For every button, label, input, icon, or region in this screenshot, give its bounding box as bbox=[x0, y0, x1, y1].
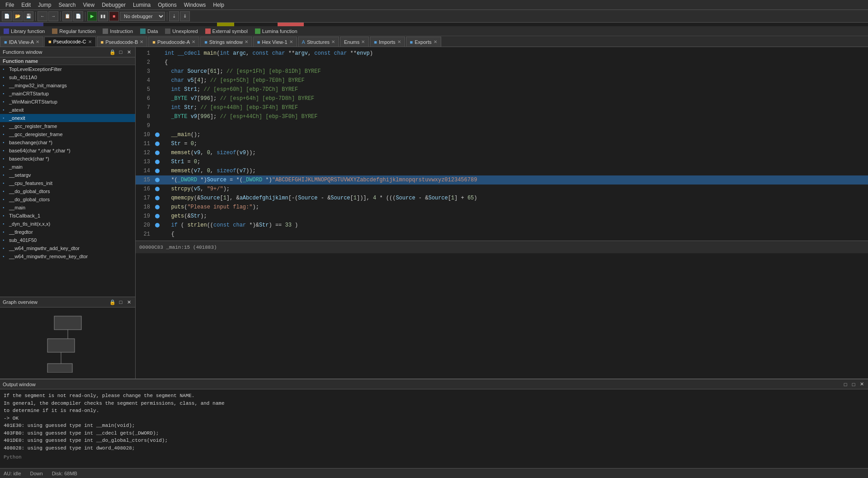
menu-windows[interactable]: Windows bbox=[180, 1, 210, 9]
sidebar-float-btn[interactable]: □ bbox=[117, 48, 124, 56]
tab-icon-strings: ■ bbox=[204, 39, 208, 45]
menu-search[interactable]: Search bbox=[55, 1, 79, 9]
func-item-maincrt[interactable]: ▪ _mainCRTStartup bbox=[0, 90, 135, 98]
func-item-w64-remove[interactable]: ▪ __w64_mingwthr_remove_key_dtor bbox=[0, 252, 135, 260]
tab-close-exports[interactable]: ✕ bbox=[434, 39, 437, 44]
toolbar-paste[interactable]: 📄 bbox=[73, 11, 83, 21]
bp-circle-15 bbox=[155, 178, 160, 182]
graph-lock-btn[interactable]: 🔒 bbox=[109, 298, 116, 306]
toolbar-open[interactable]: 📂 bbox=[13, 11, 23, 21]
toolbar-run[interactable]: ▶ bbox=[87, 11, 97, 21]
graph-float-btn[interactable]: □ bbox=[117, 298, 124, 306]
func-item-dyn-tls[interactable]: ▪ _dyn_tls_init(x,x,x) bbox=[0, 220, 135, 228]
output-content[interactable]: If the segment is not read-only, please … bbox=[0, 389, 868, 468]
tab-strings-window[interactable]: ■ Strings window ✕ bbox=[200, 37, 252, 47]
legend-dot-regular bbox=[52, 28, 57, 34]
tab-close-pseudo-c[interactable]: ✕ bbox=[88, 39, 92, 44]
toolbar-copy[interactable]: 📋 bbox=[62, 11, 72, 21]
tab-close-hex[interactable]: ✕ bbox=[289, 39, 293, 44]
tab-close-struct[interactable]: ✕ bbox=[331, 39, 335, 44]
output-maximize-btn[interactable]: □ bbox=[842, 381, 849, 388]
tab-icon-struct: A bbox=[302, 39, 305, 45]
menu-jump[interactable]: Jump bbox=[34, 1, 55, 9]
func-item-tlregdtor[interactable]: ▪ __tlregdtor bbox=[0, 228, 135, 236]
menu-help[interactable]: Help bbox=[209, 1, 228, 9]
tab-pseudocode-b[interactable]: ■ Pseudocode-B ✕ bbox=[97, 37, 148, 47]
sidebar-lock-btn[interactable]: 🔒 bbox=[109, 48, 116, 56]
tab-hex-view-1[interactable]: ■ Hex View-1 ✕ bbox=[253, 37, 297, 47]
func-item-sub4011a0[interactable]: ▪ sub_4011A0 bbox=[0, 73, 135, 81]
tab-imports[interactable]: ■ Imports ✕ bbox=[370, 37, 405, 47]
menu-lumina[interactable]: Lumina bbox=[129, 1, 154, 9]
code-line-16: 16 strcpy(v5, "9+/"); bbox=[136, 185, 868, 194]
tab-close-pseudo-b[interactable]: ✕ bbox=[140, 39, 143, 44]
func-item-basechange[interactable]: ▪ basechange(char *) bbox=[0, 138, 135, 147]
tab-close-ida[interactable]: ✕ bbox=[36, 39, 39, 44]
bp-17 bbox=[154, 196, 161, 200]
func-item-mingw32[interactable]: ▪ __mingw32_init_mainargs bbox=[0, 81, 135, 90]
func-item-sub401f50[interactable]: ▪ sub_401F50 bbox=[0, 236, 135, 244]
func-item-onexit[interactable]: ▪ _onexit bbox=[0, 114, 135, 122]
tab-close-strings[interactable]: ✕ bbox=[245, 39, 248, 44]
toolbar-new[interactable]: 📄 bbox=[2, 11, 12, 21]
func-item-tlscallback[interactable]: ▪ TlsCallback_1 bbox=[0, 212, 135, 220]
func-item-main[interactable]: ▪ _main bbox=[0, 163, 135, 171]
tab-ida-view-a[interactable]: ■ IDA View-A ✕ bbox=[0, 37, 43, 47]
toolbar-sep-3 bbox=[85, 12, 85, 21]
func-item-cpu-features[interactable]: ▪ __cpu_features_init bbox=[0, 179, 135, 187]
func-item-basecheck[interactable]: ▪ basecheck(char *) bbox=[0, 155, 135, 163]
func-item-toplevel[interactable]: ▪ TopLevelExceptionFilter bbox=[0, 65, 135, 73]
menu-file[interactable]: File bbox=[2, 1, 18, 9]
tab-structures[interactable]: A Structures ✕ bbox=[298, 37, 339, 47]
func-item-atexit[interactable]: ▪ _atexit bbox=[0, 106, 135, 114]
func-item-global-ctors[interactable]: ▪ __do_global_ctors bbox=[0, 195, 135, 204]
colorbar-seg-4 bbox=[234, 23, 278, 26]
toolbar-save[interactable]: 💾 bbox=[24, 11, 33, 21]
tab-enums[interactable]: Enums ✕ bbox=[340, 37, 369, 47]
tab-close-pseudo-a[interactable]: ✕ bbox=[192, 39, 195, 44]
menu-debugger[interactable]: Debugger bbox=[98, 1, 129, 9]
func-item-main2[interactable]: ▪ __main bbox=[0, 204, 135, 212]
sidebar-close-btn[interactable]: ✕ bbox=[125, 48, 132, 56]
toolbar-step-over[interactable]: ⇣ bbox=[169, 11, 179, 21]
code-line-11: 11 Str = 0; bbox=[136, 139, 868, 148]
menu-options[interactable]: Options bbox=[154, 1, 180, 9]
func-item-winmain[interactable]: ▪ _WinMainCRTStartup bbox=[0, 98, 135, 106]
func-item-setargv[interactable]: ▪ __setargv bbox=[0, 171, 135, 179]
toolbar-sep-4 bbox=[167, 12, 167, 21]
tab-label-pseudocode-b: Pseudocode-B bbox=[105, 39, 138, 45]
func-item-w64-add[interactable]: ▪ __w64_mingwthr_add_key_dtor bbox=[0, 244, 135, 252]
tab-exports[interactable]: ■ Exports ✕ bbox=[406, 37, 441, 47]
tab-pseudocode-c[interactable]: ■ Pseudocode-C ✕ bbox=[44, 37, 95, 47]
code-line-6: 6 _BYTE v7[996]; // [esp+64h] [ebp-7D8h]… bbox=[136, 94, 868, 103]
toolbar-pause[interactable]: ▮▮ bbox=[98, 11, 108, 21]
func-item-base64[interactable]: ▪ base64(char *,char *,char *) bbox=[0, 147, 135, 155]
debugger-select[interactable]: No debugger bbox=[120, 12, 165, 21]
tab-close-enums[interactable]: ✕ bbox=[361, 39, 365, 44]
func-icon-6: ▪ bbox=[3, 116, 9, 120]
toolbar-stop[interactable]: ■ bbox=[109, 11, 119, 21]
func-item-global-dtors[interactable]: ▪ __do_global_dtors bbox=[0, 187, 135, 195]
menu-view[interactable]: View bbox=[79, 1, 98, 9]
output-float-btn[interactable]: □ bbox=[850, 381, 857, 388]
graph-close-btn[interactable]: ✕ bbox=[125, 298, 132, 306]
func-icon-18: ▪ bbox=[3, 213, 9, 218]
legend-label-unexplored: Unexplored bbox=[172, 28, 198, 34]
func-item-gcc-reg[interactable]: ▪ __gcc_register_frame bbox=[0, 122, 135, 130]
line-num-6: 6 bbox=[136, 95, 154, 102]
toolbar-step-into[interactable]: ⇓ bbox=[180, 11, 190, 21]
toolbar-forward[interactable]: → bbox=[48, 11, 58, 21]
code-area[interactable]: 1 int __cdecl main(int argc, const char … bbox=[136, 47, 868, 379]
menu-edit[interactable]: Edit bbox=[18, 1, 34, 9]
tab-pseudocode-a[interactable]: ■ Pseudocode-A ✕ bbox=[148, 37, 199, 47]
code-text-21: { bbox=[161, 231, 175, 237]
output-close-btn[interactable]: ✕ bbox=[858, 381, 865, 388]
code-line-4: 4 char v5[4]; // [esp+5Ch] [ebp-7E0h] BY… bbox=[136, 76, 868, 85]
tab-close-imports[interactable]: ✕ bbox=[397, 39, 401, 44]
bp-circle-20 bbox=[155, 223, 160, 227]
func-item-gcc-dereg[interactable]: ▪ __gcc_deregister_frame bbox=[0, 130, 135, 138]
toolbar-back[interactable]: ← bbox=[38, 11, 47, 21]
code-line-15: 15 *(_DWORD *)Source = *(_DWORD *)"ABCDE… bbox=[136, 175, 868, 185]
graph-overview-title: Graph overview bbox=[3, 299, 38, 305]
functions-list[interactable]: ▪ TopLevelExceptionFilter ▪ sub_4011A0 ▪… bbox=[0, 65, 135, 297]
